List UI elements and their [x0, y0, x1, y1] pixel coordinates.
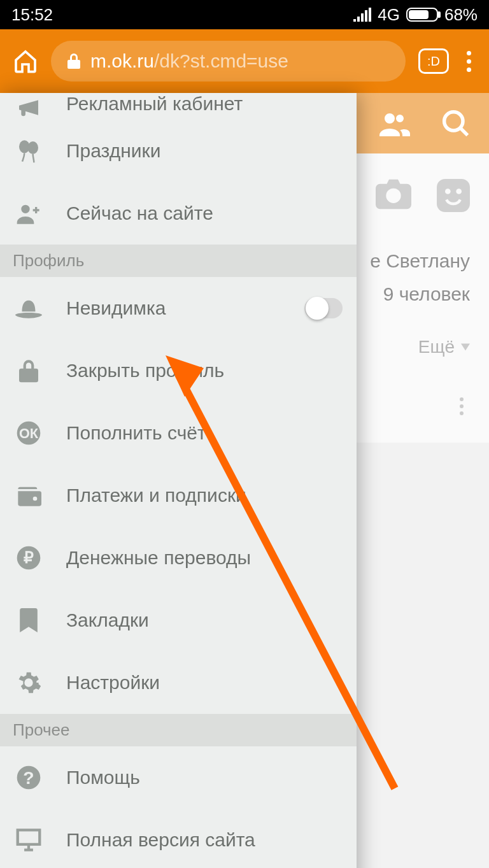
- status-right: 4G 68%: [353, 5, 478, 25]
- hat-icon: [14, 294, 43, 323]
- sidebar-item-holidays[interactable]: Праздники: [0, 120, 357, 182]
- wallet-icon: [14, 481, 43, 510]
- signal-icon: [353, 8, 371, 22]
- camera-icon[interactable]: [376, 179, 411, 210]
- balloons-icon: [14, 136, 43, 166]
- browser-menu-icon[interactable]: [462, 51, 476, 72]
- bookmark-icon: [14, 606, 43, 635]
- network-label: 4G: [378, 5, 400, 25]
- sidebar-item-ads[interactable]: Рекламный кабинет: [0, 93, 357, 120]
- ruble-icon: ₽: [14, 543, 43, 573]
- sidebar-item-topup[interactable]: ОК Пополнить счёт: [0, 402, 357, 464]
- post-menu-icon[interactable]: [460, 397, 464, 415]
- section-profile: Профиль: [0, 245, 357, 277]
- sticker-icon[interactable]: [437, 179, 470, 212]
- url-text: m.ok.ru/dk?st.cmd=use: [90, 50, 288, 72]
- svg-text:?: ?: [23, 767, 34, 788]
- svg-point-4: [27, 141, 38, 154]
- browser-bar: m.ok.ru/dk?st.cmd=use :D: [0, 29, 489, 93]
- section-other: Прочее: [0, 714, 357, 746]
- svg-text:₽: ₽: [24, 548, 34, 566]
- friends-icon[interactable]: [379, 111, 410, 136]
- lock-icon: [14, 356, 43, 385]
- sidebar-item-now-online[interactable]: Сейчас на сайте: [0, 182, 357, 245]
- help-icon: ?: [14, 763, 43, 792]
- svg-text:ОК: ОК: [19, 425, 39, 441]
- chevron-down-icon: [461, 343, 470, 351]
- search-icon[interactable]: [442, 110, 470, 138]
- sidebar-item-transfers[interactable]: ₽ Денежные переводы: [0, 527, 357, 589]
- tabs-button[interactable]: :D: [418, 48, 449, 74]
- url-box[interactable]: m.ok.ru/dk?st.cmd=use: [51, 41, 406, 82]
- megaphone-icon: [14, 93, 43, 120]
- sidebar-item-settings[interactable]: Настройки: [0, 651, 357, 714]
- home-icon[interactable]: [13, 48, 38, 74]
- sidebar-item-close-profile[interactable]: Закрыть профиль: [0, 339, 357, 402]
- lock-icon: [66, 52, 82, 70]
- battery-icon: [406, 8, 438, 22]
- person-plus-icon: [14, 199, 43, 228]
- sidebar-item-invisible[interactable]: Невидимка: [0, 277, 357, 339]
- status-bar: 15:52 4G 68%: [0, 0, 489, 29]
- drawer: Рекламный кабинет Праздники Сейчас на са…: [0, 93, 357, 868]
- invisible-toggle[interactable]: [304, 298, 343, 318]
- sidebar-item-desktop[interactable]: Полная версия сайта: [0, 809, 357, 868]
- gear-icon: [14, 668, 43, 697]
- svg-point-2: [456, 189, 462, 194]
- sidebar-item-payments[interactable]: Платежи и подписки: [0, 464, 357, 527]
- sidebar-item-help[interactable]: ? Помощь: [0, 746, 357, 809]
- battery-pct: 68%: [444, 5, 478, 25]
- svg-rect-0: [437, 179, 470, 212]
- status-time: 15:52: [11, 5, 53, 25]
- sidebar-item-bookmarks[interactable]: Закладки: [0, 589, 357, 651]
- money-icon: ОК: [14, 418, 43, 448]
- desktop-icon: [14, 825, 43, 855]
- svg-point-5: [21, 205, 29, 213]
- svg-point-1: [445, 189, 451, 194]
